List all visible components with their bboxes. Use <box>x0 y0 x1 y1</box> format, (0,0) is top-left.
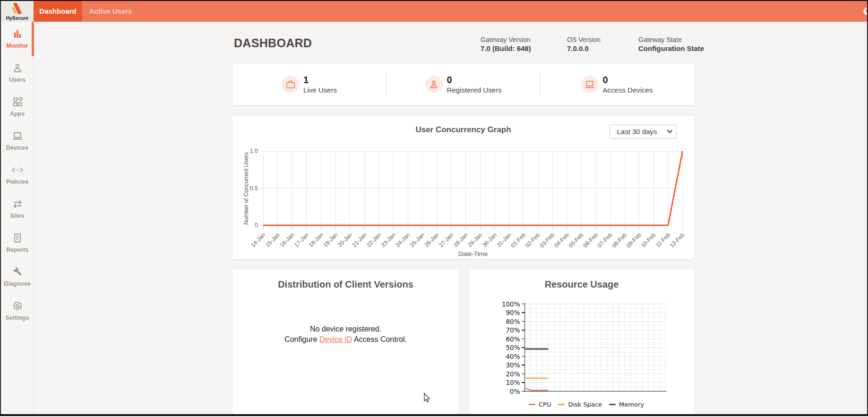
svg-text:16-Jan: 16-Jan <box>278 231 295 248</box>
hysecure-logo-icon <box>11 2 24 16</box>
sidebar-item-sites[interactable]: Sites <box>1 192 34 226</box>
svg-text:0.5: 0.5 <box>250 185 258 192</box>
brand-name: HySecure <box>1 16 34 21</box>
client-versions-title: Distribution of Client Versions <box>232 279 459 290</box>
live-users-value: 1 <box>303 75 337 85</box>
sidebar-item-users[interactable]: Users <box>1 56 34 90</box>
access-devices-stat: 0 Access Devices <box>540 64 694 105</box>
svg-text:31-Jan: 31-Jan <box>496 231 513 248</box>
sidebar-item-label: Users <box>1 77 34 83</box>
svg-text:20-Jan: 20-Jan <box>336 231 353 248</box>
user-icon <box>425 76 443 93</box>
user-concurrency-card: User Concurrency Graph Last 30 days Numb… <box>232 116 694 259</box>
tab-dashboard[interactable]: Dashboard <box>34 1 82 22</box>
sidebar-item-label: Policies <box>1 179 34 185</box>
svg-text:0: 0 <box>255 222 258 229</box>
svg-text:22-Jan: 22-Jan <box>365 231 382 248</box>
wrench-icon <box>1 267 34 277</box>
svg-text:50%: 50% <box>506 344 520 351</box>
cpu-label: CPU <box>539 401 551 408</box>
registered-users-value: 0 <box>447 75 502 85</box>
sidebar-item-label: Sites <box>1 213 34 219</box>
configure-suffix: Access Control. <box>352 335 407 343</box>
svg-text:19-Jan: 19-Jan <box>322 231 339 248</box>
svg-text:02-Feb: 02-Feb <box>524 231 541 249</box>
device-id-link[interactable]: Device ID <box>319 335 352 343</box>
gateway-version-label: Gateway Version <box>481 36 531 43</box>
gear-icon <box>1 301 34 311</box>
brand-logo[interactable]: HySecure <box>1 1 34 22</box>
svg-text:28-Jan: 28-Jan <box>452 231 469 248</box>
gateway-state-info: Gateway State Configuration State <box>638 36 704 52</box>
svg-text:26-Jan: 26-Jan <box>423 231 440 248</box>
live-users-stat: 1 Live Users <box>232 64 386 105</box>
svg-text:01-Feb: 01-Feb <box>509 231 527 249</box>
svg-text:03-Feb: 03-Feb <box>538 231 556 249</box>
sidebar-item-label: Settings <box>1 315 34 321</box>
svg-text:08-Feb: 08-Feb <box>610 231 628 249</box>
disk-space-swatch <box>558 404 565 405</box>
document-icon <box>1 233 34 243</box>
sidebar-item-label: Apps <box>1 111 34 117</box>
code-dots-icon <box>1 165 34 175</box>
svg-text:70%: 70% <box>506 326 520 334</box>
svg-text:18-Jan: 18-Jan <box>308 231 325 248</box>
app-window: HySecure Dashboard Active Users Monitor <box>0 0 868 417</box>
sidebar-item-devices[interactable]: Devices <box>1 124 34 158</box>
svg-text:25-Jan: 25-Jan <box>409 231 426 248</box>
tab-active-users[interactable]: Active Users <box>82 1 139 22</box>
svg-text:29-Jan: 29-Jan <box>466 231 483 248</box>
legend-item-memory: Memory <box>609 401 644 408</box>
svg-text:90%: 90% <box>506 309 520 316</box>
disk-space-label: Disk Space <box>568 401 602 408</box>
os-version-value: 7.0.0.0 <box>567 44 601 52</box>
svg-text:05-Feb: 05-Feb <box>567 231 585 249</box>
sidebar-item-policies[interactable]: Policies <box>1 158 34 192</box>
os-version-info: OS Version 7.0.0.0 <box>567 36 601 52</box>
page-title: DASHBOARD <box>234 36 312 50</box>
svg-text:40%: 40% <box>506 353 520 360</box>
no-device-message: No device registered. <box>232 325 459 333</box>
legend-item-cpu: CPU <box>529 401 551 408</box>
user-concurrency-chart: 00.51.014-Jan15-Jan16-Jan17-Jan18-Jan19-… <box>232 116 694 259</box>
memory-swatch <box>609 404 616 405</box>
svg-text:04-Feb: 04-Feb <box>553 231 570 249</box>
briefcase-icon <box>282 76 299 93</box>
svg-text:09-Feb: 09-Feb <box>625 231 643 249</box>
svg-text:20%: 20% <box>506 370 520 378</box>
svg-text:06-Feb: 06-Feb <box>582 231 599 249</box>
sidebar-item-settings[interactable]: Settings <box>1 294 34 328</box>
svg-text:24-Jan: 24-Jan <box>394 231 411 248</box>
apps-grid-icon <box>1 97 34 107</box>
svg-text:10%: 10% <box>506 379 520 386</box>
configure-message: Configure Device ID Access Control. <box>232 335 459 344</box>
svg-text:80%: 80% <box>506 318 520 325</box>
gateway-state-label: Gateway State <box>638 36 704 43</box>
mouse-cursor <box>424 393 431 403</box>
svg-text:15-Jan: 15-Jan <box>264 231 281 248</box>
svg-text:100%: 100% <box>502 300 520 308</box>
svg-text:23-Jan: 23-Jan <box>380 231 397 248</box>
gateway-state-value: Configuration State <box>638 44 704 52</box>
svg-text:0%: 0% <box>510 388 520 395</box>
sidebar-item-diagnose[interactable]: Diagnose <box>1 260 34 294</box>
legend-item-disk-space: Disk Space <box>558 401 602 408</box>
sidebar-item-reports[interactable]: Reports <box>1 226 34 260</box>
resource-usage-chart: 0%10%20%30%40%50%60%70%80%90%100% <box>469 269 694 416</box>
svg-text:17-Jan: 17-Jan <box>293 231 310 248</box>
svg-text:27-Jan: 27-Jan <box>438 231 455 248</box>
laptop-icon <box>1 131 34 141</box>
sidebar-item-label: Diagnose <box>1 281 34 287</box>
sidebar-item-apps[interactable]: Apps <box>1 90 34 124</box>
svg-text:07-Feb: 07-Feb <box>596 231 614 249</box>
svg-text:12-Feb: 12-Feb <box>669 231 686 249</box>
swap-arrows-icon <box>1 199 34 209</box>
registered-users-label: Registered Users <box>447 85 502 94</box>
svg-text:11-Feb: 11-Feb <box>654 231 671 248</box>
svg-text:10-Feb: 10-Feb <box>640 231 657 249</box>
stats-card: 1 Live Users 0 Registered Users <box>232 64 694 105</box>
sidebar-item-label: Monitor <box>1 43 34 49</box>
sidebar-item-monitor[interactable]: Monitor <box>1 22 34 56</box>
sidebar-item-label: Reports <box>1 247 34 253</box>
concurrency-x-axis-title: Date-Time <box>263 250 683 257</box>
